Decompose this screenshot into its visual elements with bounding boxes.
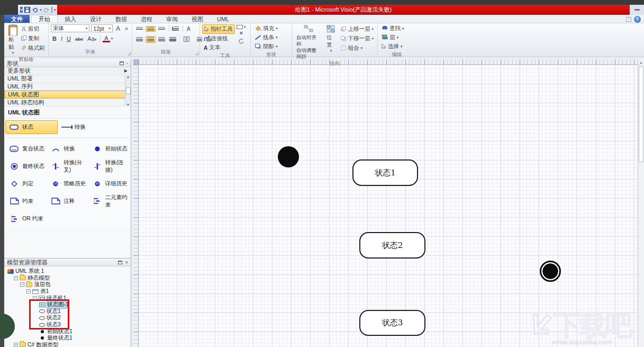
tab-review[interactable]: 审阅 — [159, 15, 185, 23]
justify-button[interactable] — [168, 36, 178, 43]
bullets-button[interactable] — [171, 25, 180, 32]
font-size-combo[interactable]: 12pt▾ — [91, 24, 113, 32]
rectangle-tool-button[interactable]: ▾ — [237, 25, 246, 29]
stencil-master-转换[interactable]: 转换 — [47, 142, 88, 156]
format-painter-button[interactable]: 格式刷 — [20, 44, 47, 52]
tree-item-顶层包[interactable]: −顶层包 — [4, 281, 131, 288]
expand-toggle-icon[interactable]: + — [14, 343, 18, 347]
stencil-master-转换(分叉)[interactable]: 转换(分叉) — [47, 156, 88, 177]
canvas-state-shape[interactable]: 状态3 — [359, 310, 425, 336]
minimize-icon[interactable] — [634, 9, 640, 11]
redo-icon[interactable] — [43, 7, 50, 13]
bold-button[interactable]: B — [51, 35, 58, 42]
tab-home[interactable]: 开始 — [31, 15, 58, 23]
stencil-master-二元素约束[interactable]: 二元素约束 — [88, 191, 130, 212]
tab-data[interactable]: 数据 — [108, 15, 134, 23]
stencil-list-scrollbar[interactable]: ▲ ▼ — [125, 75, 131, 106]
strikethrough-button[interactable]: abc — [74, 36, 85, 42]
stencil-master-简略历史[interactable]: H简略历史 — [47, 177, 88, 191]
undo-icon[interactable] — [32, 7, 38, 13]
stencil-master-判定[interactable]: 判定 — [5, 177, 47, 191]
text-direction-button[interactable]: A — [185, 26, 192, 32]
stencil-tab-UML 状态图[interactable]: UML 状态图 — [4, 91, 131, 99]
paste-button[interactable]: 粘贴 ▾ — [6, 24, 20, 56]
collapse-ribbon-icon[interactable]: ^ — [626, 17, 631, 22]
font-color-button[interactable]: A — [103, 35, 110, 42]
more-shapes-item[interactable]: 更多形状 ▶ — [4, 67, 131, 75]
collapse-panel-icon[interactable]: ‹ — [126, 60, 128, 66]
tree-item-最终状态1[interactable]: 最终状态1 — [4, 335, 131, 342]
paragraph-dialog-launcher-icon[interactable] — [195, 52, 198, 55]
font-color-dropdown-icon[interactable]: ▾ — [111, 37, 113, 41]
connection-point-tool-icon[interactable]: × — [240, 30, 243, 35]
tree-item-静态模型[interactable]: −静态模型 — [4, 275, 131, 282]
save-icon[interactable] — [24, 7, 30, 13]
stencil-master-OR 约束[interactable]: OR 约束 — [5, 212, 47, 226]
float-panel-icon[interactable] — [118, 261, 122, 264]
tree-item-UML 系统 1[interactable]: UML 系统 1 — [4, 268, 131, 275]
tab-process[interactable]: 进程 — [134, 15, 159, 23]
stencil-master-初始状态[interactable]: 初始状态 — [88, 142, 130, 156]
select-button[interactable]: 选择▾ — [380, 42, 414, 51]
grow-font-button[interactable]: A — [114, 25, 122, 32]
canvas-state-shape[interactable]: 状态2 — [359, 232, 425, 259]
line-button[interactable]: 线条▾ — [253, 33, 289, 42]
scroll-up-icon[interactable]: ▲ — [126, 75, 130, 78]
tree-item-类1[interactable]: −类1 — [4, 288, 131, 295]
cut-button[interactable]: 剪切 — [20, 25, 47, 33]
tab-uml[interactable]: UML — [210, 15, 236, 23]
pointer-tool-button[interactable]: 指针工具 — [202, 24, 235, 34]
align-middle-button[interactable] — [146, 26, 156, 32]
float-panel-icon[interactable] — [120, 61, 124, 65]
copy-button[interactable]: 复制 — [20, 34, 47, 43]
tab-insert[interactable]: 插入 — [58, 15, 83, 23]
scroll-down-icon[interactable]: ▼ — [126, 103, 130, 106]
tab-file[interactable]: 文件 — [4, 15, 30, 23]
collapse-toggle-icon[interactable]: − — [14, 276, 18, 280]
columns-icon[interactable] — [182, 35, 191, 43]
stencil-master-最终状态[interactable]: 最终状态 — [5, 156, 47, 177]
stencil-master-详细历史[interactable]: H详细历史 — [88, 177, 130, 191]
help-icon[interactable]: ? — [634, 16, 641, 23]
align-right-button[interactable] — [157, 36, 167, 43]
freeform-tool-icon[interactable] — [239, 37, 244, 46]
stencil-tab-UML 序列[interactable]: UML 序列 — [4, 83, 131, 91]
tab-design[interactable]: 设计 — [83, 15, 108, 23]
stencil-master-注释[interactable]: 注释 — [47, 191, 88, 212]
new-page-icon[interactable] — [51, 7, 52, 13]
canvas-vertical-scrollbar[interactable]: ▲ — [638, 59, 644, 347]
shadow-button[interactable]: 阴影▾ — [253, 42, 289, 51]
auto-align-button[interactable]: 自动对齐和 自动调整间距 — [294, 24, 322, 60]
canvas-state-shape[interactable]: 状态1 — [352, 159, 418, 186]
text-tool-button[interactable]: A 文本 — [202, 43, 235, 52]
stencil-master-转换(连接)[interactable]: 转换(连接) — [88, 156, 130, 177]
align-center-button[interactable] — [146, 36, 156, 43]
connector-tool-button[interactable]: 连接线 — [202, 34, 235, 43]
stencil-tab-UML 静态结构[interactable]: UML 静态结构 — [4, 99, 131, 106]
stencil-master-复合状态[interactable]: 复合状态 — [5, 142, 47, 156]
qat-customize-icon[interactable]: ▾ — [54, 8, 56, 12]
font-family-combo[interactable]: 宋体▾ — [51, 24, 89, 32]
underline-button[interactable]: U — [65, 35, 72, 42]
collapse-toggle-icon[interactable]: − — [26, 289, 31, 293]
collapse-toggle-icon[interactable]: − — [20, 282, 24, 287]
bring-forward-button[interactable]: 上移一层▾ — [339, 25, 375, 33]
shrink-font-button[interactable]: A — [123, 26, 130, 31]
close-panel-icon[interactable]: × — [125, 260, 128, 265]
stencil-master-状态[interactable]: 状态 — [5, 120, 58, 134]
send-backward-button[interactable]: 下移一层▾ — [339, 34, 375, 43]
font-dialog-launcher-icon[interactable] — [128, 52, 131, 55]
align-bottom-button[interactable] — [157, 26, 167, 31]
scrollbar-thumb[interactable] — [126, 87, 131, 94]
canvas-final-state-shape[interactable] — [540, 261, 561, 282]
position-button[interactable]: 位置 ▾ — [324, 24, 337, 54]
layers-button[interactable]: 层▾ — [380, 33, 414, 42]
find-button[interactable]: 查找▾ — [380, 24, 414, 33]
drawing-canvas[interactable]: 下载吧 www.xiazaiba.com 状态1状态2状态3 — [139, 65, 638, 347]
stencil-master-转换[interactable]: 转换 — [58, 120, 110, 134]
fill-button[interactable]: 填充▾ — [253, 24, 289, 33]
italic-button[interactable]: I — [59, 35, 64, 42]
stencil-tab-UML 部署[interactable]: UML 部署 — [4, 75, 131, 83]
tab-view[interactable]: 视图 — [185, 15, 210, 23]
visio-app-icon[interactable]: V — [20, 7, 23, 13]
